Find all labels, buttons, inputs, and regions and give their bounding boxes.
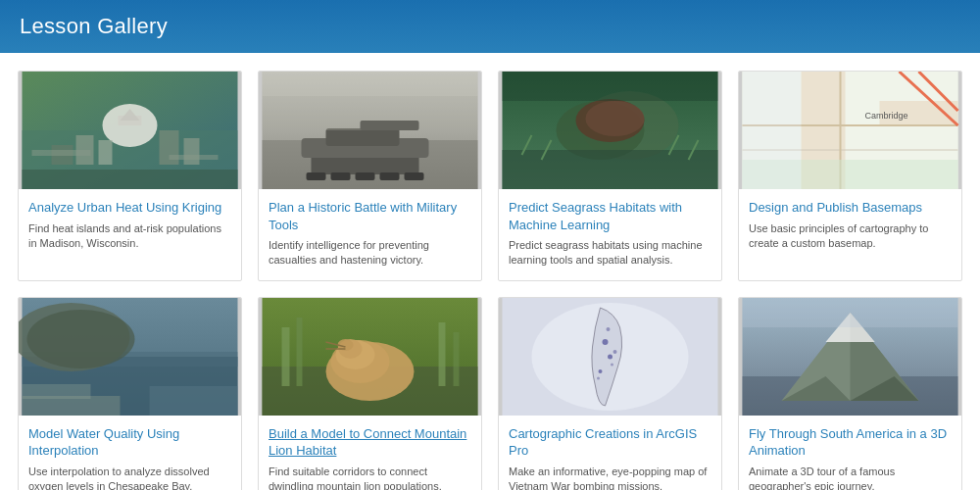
svg-rect-56 xyxy=(150,386,238,416)
card-image-8 xyxy=(739,298,961,416)
card-desc-6: Find suitable corridors to connect dwind… xyxy=(269,465,471,490)
lesson-card-4: Cambridge Design and Publish BasemapsUse… xyxy=(738,71,962,281)
card-image-5 xyxy=(19,298,241,416)
svg-rect-25 xyxy=(263,72,478,96)
svg-rect-22 xyxy=(380,172,400,180)
card-body-2: Plan a Historic Battle with Military Too… xyxy=(259,189,481,280)
svg-point-31 xyxy=(586,101,645,136)
card-desc-7: Make an informative, eye-popping map of … xyxy=(509,465,711,490)
page-title: Lesson Gallery xyxy=(20,14,960,39)
svg-rect-11 xyxy=(32,150,91,156)
svg-rect-21 xyxy=(356,172,375,180)
card-desc-2: Identify intelligence for preventing cas… xyxy=(269,238,471,269)
svg-point-78 xyxy=(597,376,600,379)
svg-rect-20 xyxy=(331,172,351,180)
lesson-card-2: Plan a Historic Battle with Military Too… xyxy=(258,71,482,281)
page-header: Lesson Gallery xyxy=(0,0,980,53)
card-title-5: Model Water Quality Using Interpolation xyxy=(28,425,231,460)
svg-rect-68 xyxy=(439,322,446,386)
card-link-6[interactable]: Build a Model to Connect Mountain Lion H… xyxy=(269,426,466,459)
svg-rect-32 xyxy=(503,72,718,101)
svg-point-75 xyxy=(607,327,611,331)
card-desc-3: Predict seagrass habitats using machine … xyxy=(509,238,711,269)
card-body-6: Build a Model to Connect Mountain Lion H… xyxy=(259,416,481,490)
card-desc-5: Use interpolation to analyze dissolved o… xyxy=(28,465,231,490)
card-body-4: Design and Publish BasemapsUse basic pri… xyxy=(739,189,961,280)
card-title-2: Plan a Historic Battle with Military Too… xyxy=(269,199,471,233)
card-body-5: Model Water Quality Using InterpolationU… xyxy=(19,416,241,490)
card-desc-4: Use basic principles of cartography to c… xyxy=(749,221,952,252)
card-desc-8: Animate a 3D tour of a famous geographer… xyxy=(749,465,952,490)
svg-point-72 xyxy=(603,339,609,345)
svg-rect-12 xyxy=(170,155,219,160)
card-image-6 xyxy=(259,298,481,416)
svg-rect-66 xyxy=(282,327,290,386)
svg-rect-6 xyxy=(99,140,113,165)
svg-rect-69 xyxy=(454,332,460,386)
svg-rect-67 xyxy=(297,318,303,386)
svg-rect-55 xyxy=(23,384,91,399)
card-image-7 xyxy=(499,298,721,416)
svg-point-77 xyxy=(611,363,613,366)
lesson-card-3: Predict Seagrass Habitats with Machine L… xyxy=(498,71,722,281)
svg-rect-10 xyxy=(23,170,238,189)
svg-point-73 xyxy=(608,354,612,359)
svg-rect-17 xyxy=(326,128,400,146)
lesson-card-5: Model Water Quality Using InterpolationU… xyxy=(18,297,242,490)
svg-rect-48 xyxy=(743,72,802,189)
card-title-1: Analyze Urban Heat Using Kriging xyxy=(28,199,231,217)
lesson-card-6: Build a Model to Connect Mountain Lion H… xyxy=(258,297,482,490)
svg-text:Cambridge: Cambridge xyxy=(865,111,908,121)
card-title-4: Design and Publish Basemaps xyxy=(749,199,952,217)
svg-rect-29 xyxy=(503,150,718,189)
lesson-card-1: Analyze Urban Heat Using KrigingFind hea… xyxy=(18,71,242,281)
lesson-gallery: Analyze Urban Heat Using KrigingFind hea… xyxy=(0,53,980,490)
card-title-6[interactable]: Build a Model to Connect Mountain Lion H… xyxy=(269,425,471,460)
card-title-7: Cartographic Creations in ArcGIS Pro xyxy=(509,425,711,460)
card-image-1 xyxy=(19,72,241,189)
card-title-8: Fly Through South America in a 3D Animat… xyxy=(749,425,952,460)
svg-rect-87 xyxy=(743,298,958,327)
card-image-4: Cambridge xyxy=(739,72,961,189)
svg-rect-23 xyxy=(405,172,424,180)
svg-point-74 xyxy=(599,369,603,373)
card-body-1: Analyze Urban Heat Using KrigingFind hea… xyxy=(19,189,241,280)
card-image-3 xyxy=(499,72,721,189)
lesson-card-8: Fly Through South America in a 3D Animat… xyxy=(738,297,962,490)
svg-rect-8 xyxy=(184,138,200,165)
card-title-3: Predict Seagrass Habitats with Machine L… xyxy=(509,199,711,233)
card-image-2 xyxy=(259,72,481,189)
lesson-card-7: Cartographic Creations in ArcGIS ProMake… xyxy=(498,297,722,490)
card-body-7: Cartographic Creations in ArcGIS ProMake… xyxy=(499,416,721,490)
svg-rect-19 xyxy=(307,172,326,180)
svg-point-53 xyxy=(27,310,135,368)
card-desc-1: Find heat islands and at-risk population… xyxy=(28,221,231,252)
card-body-3: Predict Seagrass Habitats with Machine L… xyxy=(499,189,721,280)
card-body-8: Fly Through South America in a 3D Animat… xyxy=(739,416,961,490)
svg-point-76 xyxy=(613,350,617,354)
